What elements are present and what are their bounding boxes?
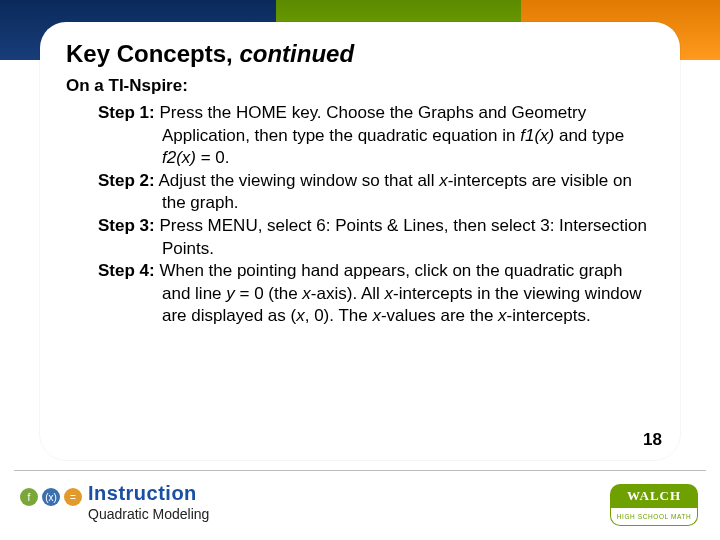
footer-subtitle: Quadratic Modeling <box>88 506 209 522</box>
badge-icons: f (x) = <box>20 488 82 506</box>
step-3-text: Press MENU, select 6: Points & Lines, th… <box>159 216 647 258</box>
slide: Key Concepts, continued On a TI-Nspire: … <box>0 0 720 540</box>
step-2: Step 2: Adjust the viewing window so tha… <box>98 170 654 215</box>
instruction-label: Instruction <box>88 482 197 505</box>
step-2-label: Step 2: <box>98 171 155 190</box>
step-1: Step 1: Press the HOME key. Choose the G… <box>98 102 654 170</box>
footer: f (x) = Instruction Quadratic Modeling W… <box>0 470 720 540</box>
step-2-text: Adjust the viewing window so that all x-… <box>158 171 631 213</box>
badge-icon-3: = <box>64 488 82 506</box>
title-main: Key Concepts, <box>66 40 239 67</box>
step-1-label: Step 1: <box>98 103 155 122</box>
title-continued: continued <box>239 40 354 67</box>
walch-logo-tagline: HIGH SCHOOL MATH <box>610 508 698 526</box>
badge-icon-1: f <box>20 488 38 506</box>
step-4-text: When the pointing hand appears, click on… <box>159 261 641 325</box>
page-number: 18 <box>643 430 662 450</box>
badge-icon-2: (x) <box>42 488 60 506</box>
step-3-label: Step 3: <box>98 216 155 235</box>
step-3: Step 3: Press MENU, select 6: Points & L… <box>98 215 654 260</box>
walch-logo-name: WALCH <box>610 484 698 508</box>
subheading: On a TI-Nspire: <box>66 76 654 96</box>
step-4-label: Step 4: <box>98 261 155 280</box>
footer-divider <box>14 470 706 471</box>
walch-logo: WALCH HIGH SCHOOL MATH <box>610 484 698 528</box>
page-title: Key Concepts, continued <box>66 40 654 68</box>
steps-list: Step 1: Press the HOME key. Choose the G… <box>98 102 654 328</box>
step-1-text: Press the HOME key. Choose the Graphs an… <box>159 103 624 167</box>
step-4: Step 4: When the pointing hand appears, … <box>98 260 654 328</box>
content-panel: Key Concepts, continued On a TI-Nspire: … <box>40 22 680 460</box>
